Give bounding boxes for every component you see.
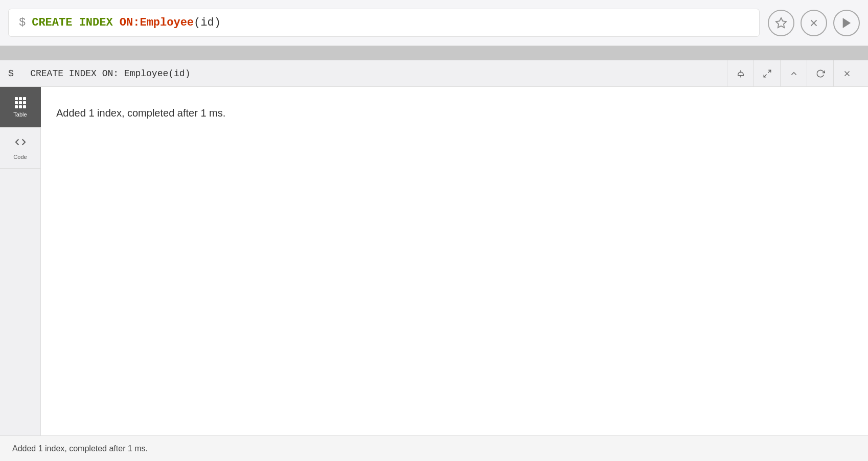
status-bar: Added 1 index, completed after 1 ms. — [0, 435, 868, 461]
result-content: Added 1 index, completed after 1 ms. — [41, 87, 868, 435]
top-bar: $ CREATE INDEX ON: Employee (id) — [0, 0, 868, 46]
code-icon — [15, 136, 26, 151]
table-tab-label: Table — [13, 111, 27, 118]
query-entity: Employee — [140, 16, 194, 29]
favorite-button[interactable] — [768, 10, 794, 36]
svg-marker-3 — [843, 18, 850, 27]
table-icon — [15, 97, 26, 108]
pin-button[interactable] — [727, 60, 753, 87]
main-area: $ CREATE INDEX ON: Employee(id) — [0, 60, 868, 461]
top-actions — [768, 10, 860, 36]
dollar-sign-top: $ — [19, 16, 26, 29]
sidebar: Table Code — [0, 87, 41, 435]
divider-bar — [0, 46, 868, 60]
svg-line-6 — [768, 70, 770, 73]
close-button-top[interactable] — [801, 10, 827, 36]
result-dollar-sign: $ — [8, 68, 14, 79]
result-message: Added 1 index, completed after 1 ms. — [56, 107, 853, 119]
result-query-text: CREATE INDEX ON: Employee(id) — [30, 68, 190, 79]
query-space2 — [113, 16, 120, 29]
status-message: Added 1 index, completed after 1 ms. — [12, 444, 148, 453]
query-rest: (id) — [194, 16, 221, 29]
content-panel: Table Code Added 1 index, completed afte… — [0, 87, 868, 435]
refresh-button[interactable] — [807, 60, 833, 87]
expand-button[interactable] — [753, 60, 780, 87]
sidebar-tab-code[interactable]: Code — [0, 128, 41, 169]
run-button[interactable] — [833, 10, 860, 36]
query-input-area[interactable]: $ CREATE INDEX ON: Employee (id) — [8, 9, 760, 37]
svg-line-7 — [764, 74, 766, 77]
keyword-create: CREATE — [32, 16, 72, 29]
close-button-result[interactable] — [833, 60, 860, 87]
result-header: $ CREATE INDEX ON: Employee(id) — [0, 60, 868, 87]
result-query-label: $ CREATE INDEX ON: Employee(id) — [8, 68, 190, 79]
svg-marker-0 — [776, 18, 786, 28]
collapse-button[interactable] — [780, 60, 807, 87]
sidebar-tab-table[interactable]: Table — [0, 87, 41, 128]
query-space1 — [72, 16, 79, 29]
result-actions — [727, 60, 860, 87]
keyword-on: ON: — [120, 16, 140, 29]
keyword-index: INDEX — [79, 16, 113, 29]
code-tab-label: Code — [13, 154, 27, 160]
